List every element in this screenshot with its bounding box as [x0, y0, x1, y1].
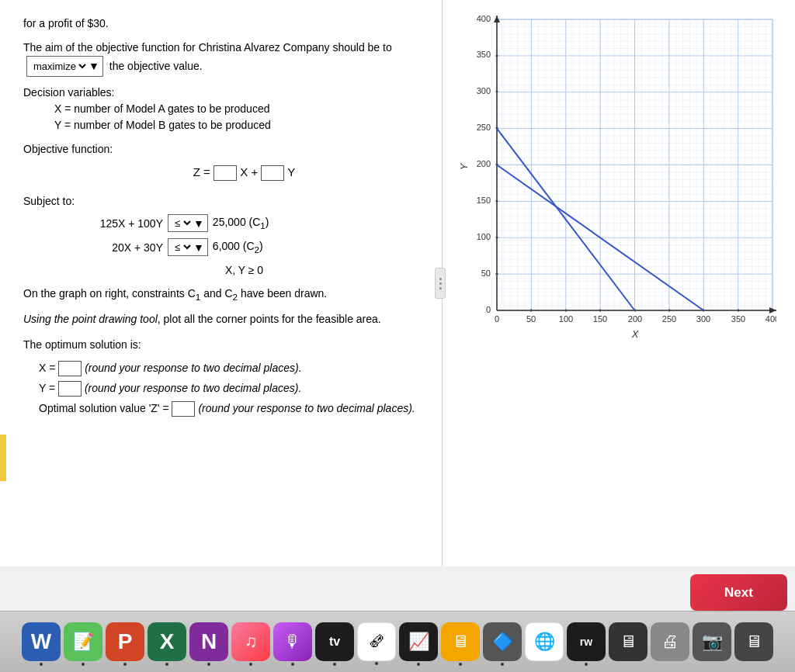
- dropdown-arrow-icon: ▼: [89, 58, 99, 74]
- plot-italic: Using the point drawing tool: [23, 313, 158, 325]
- constraints-table: 125X + 100Y ≤ ≥ = ▼ 25,000 (C1) 20X + 30…: [70, 214, 418, 256]
- svg-text:0: 0: [486, 305, 491, 314]
- y-solution-row: Y = (round your response to two decimal …: [39, 381, 418, 397]
- dock-keynote[interactable]: 🖥: [441, 622, 480, 661]
- solution-section: The optimum solution is: X = (round your…: [23, 337, 418, 417]
- opt-round-text: (round your response to two decimal plac…: [198, 402, 415, 414]
- svg-text:X: X: [631, 328, 640, 340]
- obj-x-input[interactable]: [214, 165, 237, 181]
- plot-instruction: Using the point drawing tool, plot all t…: [23, 311, 418, 327]
- aim-text: The aim of the objective function for Ch…: [23, 40, 418, 77]
- c2-dropdown-wrapper[interactable]: ≤ ≥ = ▼: [168, 238, 208, 256]
- svg-text:250: 250: [662, 314, 676, 324]
- dock-monitor[interactable]: 🖥: [609, 622, 647, 661]
- intro-text: for a profit of $30.: [23, 16, 418, 32]
- dock-appletv[interactable]: tv: [315, 622, 354, 661]
- constraint-1-row: 125X + 100Y ≤ ≥ = ▼ 25,000 (C1): [70, 214, 418, 232]
- dock-rw[interactable]: rw: [567, 622, 606, 661]
- right-panel: 0 50 100 150 200 250 300 350 400 Y 0 50 …: [443, 0, 795, 566]
- opt-z-label: Optimal solution value 'Z' =: [39, 402, 169, 414]
- c2-lhs: 20X + 30Y: [70, 241, 163, 254]
- c1-rhs: 25,000 (C1): [213, 216, 269, 230]
- constraint-2-row: 20X + 30Y ≤ ≥ = ▼ 6,000 (C2): [70, 238, 418, 256]
- opt-z-row: Optimal solution value 'Z' = (round your…: [39, 401, 418, 417]
- dock-camera[interactable]: 📷: [693, 622, 731, 661]
- subject-label: Subject to:: [23, 193, 418, 210]
- dock-stocks[interactable]: 📈: [399, 622, 438, 661]
- svg-text:300: 300: [696, 314, 710, 324]
- nonnegativity: X, Y ≥ 0: [70, 264, 418, 276]
- plot-rest: , plot all the corner points for the fea…: [158, 313, 381, 325]
- obj-y-input[interactable]: [261, 165, 284, 181]
- dock-powerpoint[interactable]: P: [106, 622, 144, 661]
- x-solution-input[interactable]: [58, 361, 82, 376]
- svg-text:400: 400: [765, 314, 776, 324]
- c2-rhs: 6,000 (C2): [213, 240, 263, 255]
- decision-y: Y = number of Model B gates to be produc…: [54, 119, 271, 131]
- svg-text:400: 400: [477, 14, 491, 23]
- svg-text:100: 100: [477, 232, 491, 241]
- dock-word[interactable]: W: [22, 622, 61, 661]
- dock-excel[interactable]: X: [148, 622, 186, 661]
- obj-header: Objective function:: [23, 141, 418, 158]
- c2-dropdown[interactable]: ≤ ≥ =: [172, 241, 193, 254]
- decision-x: X = number of Model A gates to be produc…: [54, 102, 269, 115]
- y-solution-input[interactable]: [58, 381, 82, 397]
- svg-text:300: 300: [477, 86, 491, 95]
- svg-text:350: 350: [477, 50, 491, 59]
- x-solution-row: X = (round your response to two decimal …: [39, 361, 418, 376]
- decision-header: Decision variables: X = number of Model …: [23, 85, 418, 133]
- svg-text:Y: Y: [458, 162, 470, 170]
- svg-text:150: 150: [593, 314, 607, 324]
- svg-text:250: 250: [477, 123, 491, 132]
- optimum-header: The optimum solution is:: [23, 337, 418, 353]
- dock-music[interactable]: ♫: [231, 622, 270, 661]
- dock-display[interactable]: 🖥: [734, 622, 773, 661]
- aim-dropdown-wrapper[interactable]: maximize minimize ▼: [26, 56, 103, 77]
- svg-text:150: 150: [477, 196, 491, 205]
- c2-arrow-icon: ▼: [193, 241, 204, 254]
- dock-news[interactable]: 🗞: [357, 622, 396, 661]
- dock-notes[interactable]: 📝: [64, 622, 102, 661]
- dock-bluetooth[interactable]: 🔷: [483, 622, 522, 661]
- next-button-area: Next: [0, 574, 795, 611]
- c1-sub: 1: [260, 220, 265, 230]
- objective-function: Z = X + Y: [70, 165, 418, 181]
- c1-dropdown[interactable]: ≤ ≥ =: [172, 216, 193, 230]
- svg-text:350: 350: [731, 314, 745, 324]
- c1-dropdown-wrapper[interactable]: ≤ ≥ = ▼: [168, 214, 208, 232]
- svg-text:200: 200: [628, 314, 642, 324]
- next-button[interactable]: Next: [690, 574, 787, 611]
- left-panel: for a profit of $30. The aim of the obje…: [0, 0, 443, 566]
- dock-printer[interactable]: 🖨: [651, 622, 689, 661]
- dock-chrome[interactable]: 🌐: [525, 622, 564, 661]
- svg-text:50: 50: [481, 268, 491, 278]
- y-round-text: (round your response to two decimal plac…: [85, 382, 301, 394]
- opt-z-input[interactable]: [172, 401, 195, 417]
- graph-text: On the graph on right, constraints C1 an…: [23, 286, 418, 303]
- c2-sub: 2: [255, 244, 259, 255]
- svg-text:100: 100: [559, 314, 573, 324]
- svg-text:50: 50: [526, 314, 536, 324]
- aim-before: The aim of the objective function for Ch…: [23, 41, 392, 54]
- drag-handle[interactable]: [435, 268, 446, 299]
- dock-onenote[interactable]: N: [189, 622, 228, 661]
- dock-podcast[interactable]: 🎙: [273, 622, 312, 661]
- c1-arrow-icon: ▼: [193, 217, 204, 230]
- graph-svg: 0 50 100 150 200 250 300 350 400 Y 0 50 …: [458, 12, 776, 353]
- aim-after: the objective value.: [109, 60, 203, 72]
- svg-text:200: 200: [477, 159, 491, 168]
- c1-lhs: 125X + 100Y: [70, 217, 163, 230]
- mac-dock: W 📝 P X N ♫ 🎙 tv 🗞 📈 🖥 🔷 🌐 rw 🖥 🖨 📷 🖥: [0, 611, 795, 672]
- yellow-bar: [0, 435, 6, 481]
- x-round-text: (round your response to two decimal plac…: [85, 362, 301, 374]
- graph-text-before: On the graph on right, constraints C1 an…: [23, 287, 327, 300]
- aim-dropdown[interactable]: maximize minimize: [30, 60, 89, 73]
- svg-text:0: 0: [495, 314, 499, 324]
